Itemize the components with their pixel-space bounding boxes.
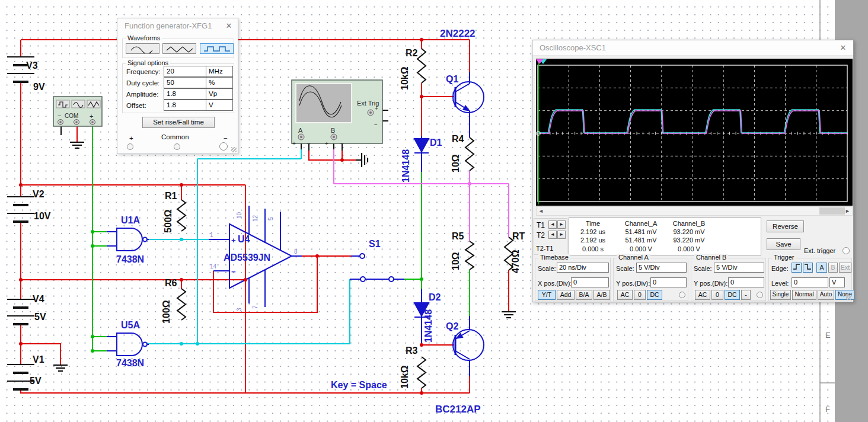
waveforms-label: Waveforms [126,34,162,41]
trigger-single-button[interactable]: Single [770,290,791,300]
trigger-level-unit[interactable]: V [829,277,845,287]
set-rise-fall-button[interactable]: Set rise/Fall time [142,117,215,128]
u4-pin5: 5 [267,217,274,220]
amplitude-input[interactable]: 1.8 [164,88,206,100]
channel-b-scale-input[interactable]: 5 V/Div [714,263,764,273]
duty-cycle-input[interactable]: 50 [164,77,206,88]
cyan-net-wires[interactable] [148,149,350,344]
battery-v2[interactable] [7,197,34,222]
trigger-auto-button[interactable]: Auto [818,290,834,300]
resistor-body[interactable] [465,138,474,171]
b-minus-label: − [340,140,344,147]
trigger-source-a-button[interactable]: A [816,263,827,273]
sine-wave-button[interactable] [126,43,159,54]
offset-unit[interactable]: V [206,100,233,111]
plus-terminal-radio[interactable] [127,143,133,150]
d1-ref: D1 [430,138,442,148]
channel-b-ac-button[interactable]: AC [695,290,710,300]
measurement-readout: Time Channel_A Channel_B 2.192 us 51.481… [569,218,761,255]
battery-v4[interactable] [7,299,34,324]
square-wave-button[interactable] [200,43,234,54]
trigger-normal-button[interactable]: Normal [792,290,816,300]
r3-ref: R3 [406,346,418,356]
transistor-q2[interactable] [453,330,484,360]
nand-gate-u5a[interactable] [107,333,149,356]
save-button[interactable]: Save [767,238,800,250]
channel-b-radio[interactable] [757,292,763,298]
ba-mode-button[interactable]: B/A [576,290,592,300]
trigger-group: Trigger Edge: A B Ext Level: 0 V Single … [768,258,852,301]
edge-falling-button[interactable] [803,263,813,273]
channel-a-radio[interactable] [679,292,685,298]
close-icon[interactable]: ✕ [838,43,848,53]
channel-b-terminal-label: B [331,127,335,134]
channel-a-ypos-input[interactable]: 0 [650,277,687,287]
diode-d1[interactable] [414,139,429,153]
offset-input[interactable]: 1.8 [164,100,206,111]
channel-b-minus-button[interactable]: - [741,290,751,300]
scroll-left-icon[interactable]: ◄ [537,207,545,215]
close-icon[interactable]: ✕ [224,21,234,31]
r1-value: 500Ω [163,209,173,233]
u4-pin8: 8 [294,248,298,255]
trigger-level-input[interactable]: 0 [792,277,828,287]
trigger-source-b-button[interactable]: B [828,263,838,273]
oscilloscope-icon[interactable]: Ext Trig A B + − + − + − [292,80,382,147]
nand-gate-u1a[interactable] [107,228,149,251]
channel-a-zero-button[interactable]: 0 [634,290,646,300]
ext-trigger-radio[interactable] [843,247,850,254]
timebase-xpos-input[interactable]: 0 [571,277,609,287]
resistor-body[interactable] [465,241,474,270]
xsc-titlebar[interactable]: Oscilloscope-XSC1 ✕ [532,40,853,56]
scope-scrollbar[interactable]: ◄ ► [536,206,853,216]
t2-time: 2.192 us [580,236,605,244]
triangle-wave-button[interactable] [162,43,196,54]
frequency-input[interactable]: 20 [164,66,206,77]
xfg-titlebar[interactable]: Function generator-XFG1 ✕ [117,18,238,33]
timebase-xpos-label: X pos.(Div): [538,280,572,287]
channel-a-scale-input[interactable]: 5 V/Div [636,263,687,273]
xsc-resize-grip[interactable] [846,295,851,300]
resistor-body[interactable] [417,357,426,388]
amplitude-unit[interactable]: Vp [206,88,233,100]
u4-pin14: 14 [210,263,217,270]
v3-ref: V3 [26,60,38,71]
t1-right-button[interactable]: ► [557,220,566,229]
frequency-unit[interactable]: MHz [206,66,233,77]
u1a-ref: U1A [121,215,140,225]
v4-ref: V4 [33,294,44,304]
trigger-source-ext-button[interactable]: Ext [839,263,851,273]
common-terminal-radio[interactable] [174,143,180,150]
scroll-right-icon[interactable]: ► [843,207,852,215]
transistor-q1[interactable] [453,82,484,113]
channel-b-ypos-input[interactable]: 0 [728,277,764,287]
timebase-scale-input[interactable]: 20 ns/Div [557,263,609,273]
t1-left-button[interactable]: ◄ [548,220,557,229]
edge-rising-button[interactable] [792,263,802,273]
channel-b-dc-button[interactable]: DC [725,290,740,300]
channel-a-dc-button[interactable]: DC [647,290,662,300]
duty-cycle-unit[interactable]: % [206,77,233,88]
channel-a-ac-button[interactable]: AC [617,290,633,300]
q2-ref: Q2 [446,321,458,331]
time-header: Time [586,220,600,227]
reverse-button[interactable]: Reverse [767,220,804,232]
scrollbar-thumb[interactable] [819,207,845,215]
resistor-body[interactable] [177,289,186,320]
oscilloscope-window[interactable]: Oscilloscope-XSC1 ✕ ◄ ► T1 ◄ ► T2 ◄ [532,40,854,302]
minus-terminal-radio[interactable] [219,142,228,151]
add-mode-button[interactable]: Add [557,290,575,300]
function-generator-window[interactable]: Function generator-XFG1 ✕ Waveforms Sign… [117,18,238,154]
function-generator-icon[interactable]: − COM + [53,97,102,126]
u4-minus-input: − [231,267,236,276]
channel-b-zero-button[interactable]: 0 [711,290,723,300]
t2-left-button[interactable]: ◄ [548,231,557,239]
xfg-resize-grip[interactable] [231,147,237,152]
t2-right-button[interactable]: ► [557,231,566,239]
switch-s1[interactable] [360,254,394,282]
resistor-body[interactable] [177,200,186,231]
resistor-body[interactable] [417,49,426,83]
yt-mode-button[interactable]: Y/T [538,290,556,300]
ab-mode-button[interactable]: A/B [593,290,610,300]
trigger-none-button[interactable]: None [835,290,854,300]
